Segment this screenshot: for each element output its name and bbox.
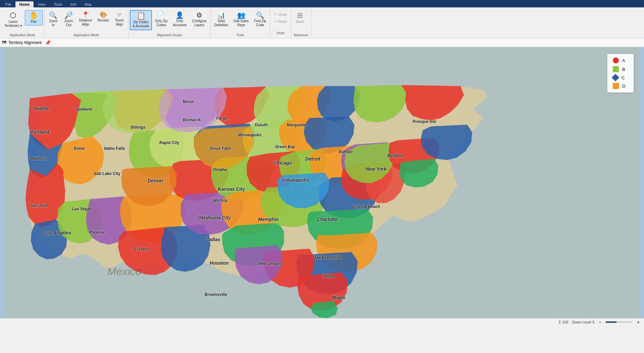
redo-button[interactable]: ↪ Redo [272, 18, 289, 25]
zoom-in-button[interactable]: 🔍 ZoomIn [46, 10, 61, 29]
status-bar: Σ 102 Zoom Level 3 − + [0, 318, 644, 325]
zoom-in-status-button[interactable]: + [636, 319, 641, 325]
tools-group-label: Tools [212, 33, 269, 38]
zip-codes-accounts-button[interactable]: 📋 Zip Codes& Accounts [130, 10, 152, 30]
touch-icon: ☞ [117, 12, 122, 18]
lasso-icon: ⬡ [10, 12, 16, 19]
edit-sales-reps-button[interactable]: 👥 Edit SalesReps [231, 10, 251, 29]
ribbon-group-alignment-scope: 📋 Zip Codes& Accounts 📄 Only ZipCodes 👤 … [128, 9, 211, 38]
legend-item-b: B [613, 66, 628, 72]
zoom-out-icon: 🔎 [64, 12, 73, 18]
legend-label-b: B [622, 67, 625, 72]
map-svg [0, 47, 644, 318]
toolbar-bar: 🗺 Territory Alignment 📌 [0, 38, 644, 47]
zoom-out-status-button[interactable]: − [598, 319, 602, 325]
legend-label-c: C [622, 75, 625, 80]
legend-item-c: C [613, 75, 628, 80]
configure-layers-button[interactable]: ⚙ ConfigureLayers [190, 10, 209, 29]
ribbon-group-app-mode-2: 🔍 ZoomIn 🔎 ZoomOut 📍 DistanceAlign 🎨 Rec… [45, 9, 128, 38]
legend-label-a: A [622, 58, 625, 63]
only-accounts-button[interactable]: 👤 OnlyAccounts [170, 10, 189, 29]
only-zip-icon: 📄 [157, 12, 165, 18]
ribbon-group-app-mode-1: ⬡ LassoTerritories ▾ ✋ Pan Application M… [1, 9, 45, 38]
sum-icon: Σ [559, 320, 561, 324]
toolbar-pin-icon[interactable]: 📌 [45, 40, 51, 45]
pan-button[interactable]: ✋ Pan [25, 10, 43, 26]
map-container[interactable]: SeattleSpokanePortlandMedfordSan JoseLos… [0, 47, 644, 318]
tab-info[interactable]: Info [66, 1, 80, 7]
app-mode-label-1: Application Mode [2, 33, 43, 38]
sum-value: 102 [562, 320, 569, 324]
only-accounts-icon: 👤 [175, 12, 184, 18]
undo-button[interactable]: ↩ Undo [272, 11, 289, 18]
legend-square-d [613, 83, 619, 89]
data-definition-button[interactable]: 📊 DataDefinition [212, 10, 231, 29]
legend-dot-a [613, 57, 619, 63]
tab-map[interactable]: Map [80, 1, 96, 7]
zoom-out-button[interactable]: 🔎 ZoomOut [61, 10, 76, 29]
legend-square-b [613, 66, 619, 72]
recolor-button[interactable]: 🎨 Recolor [95, 10, 111, 24]
ribbon-group-undo: ↩ Undo ↪ Redo Undo [270, 9, 291, 38]
tab-home[interactable]: Home [15, 1, 34, 7]
pan-icon: ✋ [29, 12, 38, 19]
find-zip-icon: 🔍 [256, 12, 264, 18]
tab-tools[interactable]: Tools [50, 1, 66, 7]
legend-item-d: D [613, 83, 628, 89]
legend-label-d: D [622, 84, 625, 89]
tab-view[interactable]: View [34, 1, 50, 7]
zoom-label: Zoom Level 3 [572, 320, 594, 324]
ribbon-group-tools: 📊 DataDefinition 👥 Edit SalesReps 🔍 Find… [211, 9, 270, 38]
zoom-slider[interactable] [606, 321, 633, 323]
zoom-slider-fill [606, 321, 616, 323]
touch-align-button[interactable]: ☞ TouchAlign [112, 10, 127, 28]
zoom-max-icon: ⊞ [297, 12, 303, 19]
ribbon-tabs: File Home View Tools Info Map [0, 0, 644, 7]
distance-align-button[interactable]: 📍 DistanceAlign [77, 10, 95, 28]
undo-icon: ↩ [274, 12, 277, 16]
undo-group-label: Undo [272, 31, 289, 36]
sum-status: Σ 102 [559, 320, 569, 324]
ribbon: ⬡ LassoTerritories ▾ ✋ Pan Application M… [0, 7, 644, 38]
territory-icon: 🗺 [2, 40, 6, 45]
find-zip-code-button[interactable]: 🔍 Find ZipCode [252, 10, 269, 29]
configure-icon: ⚙ [196, 12, 202, 18]
alignment-scope-label: Alignment Scope [130, 33, 209, 38]
legend-diamond-c [612, 74, 620, 82]
legend: A B C D [607, 54, 634, 93]
toolbar-territory-label: Territory Alignment [8, 40, 42, 45]
zip-codes-accounts-icon: 📋 [137, 12, 146, 19]
zoom-in-icon: 🔍 [49, 12, 57, 18]
tab-file[interactable]: File [1, 1, 15, 7]
lasso-territories-button[interactable]: ⬡ LassoTerritories ▾ [2, 10, 24, 30]
distance-icon: 📍 [82, 12, 89, 18]
zoom-max-label: Maximum [292, 33, 310, 38]
zoom-maximum-button[interactable]: ⊞ Zoom [292, 10, 307, 26]
sales-reps-icon: 👥 [237, 12, 246, 18]
only-zip-codes-button[interactable]: 📄 Only ZipCodes [153, 10, 170, 29]
zoom-status: Zoom Level 3 [572, 320, 594, 324]
legend-item-a: A [613, 57, 628, 63]
ribbon-group-zoom-max: ⊞ Zoom Maximum [291, 9, 311, 38]
redo-icon: ↪ [274, 19, 277, 24]
recolor-icon: 🎨 [100, 12, 107, 18]
data-def-icon: 📊 [217, 12, 225, 18]
app-mode-label-2: Application Mode [46, 33, 127, 38]
